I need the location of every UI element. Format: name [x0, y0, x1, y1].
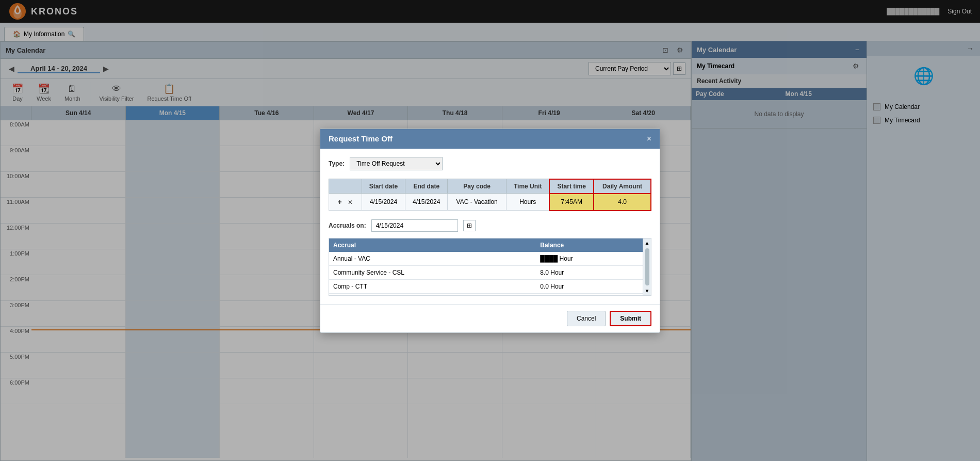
modal-overlay: Request Time Off × Type: Time Off Reques… — [0, 0, 980, 461]
accrual-name-cell: Annual - VAC — [329, 252, 536, 266]
daily-amount-cell[interactable]: 4.0 — [594, 194, 651, 211]
accrual-balance-cell: 0.0 Hour — [536, 279, 643, 293]
scroll-down-arrow[interactable]: ▼ — [643, 287, 651, 295]
request-table-header: Start date End date Pay code Time Unit S… — [329, 179, 651, 194]
request-table: Start date End date Pay code Time Unit S… — [329, 179, 651, 211]
accrual-balance-cell: ████ Hour — [536, 252, 643, 266]
modal-title: Request Time Off — [329, 134, 393, 143]
add-row-button[interactable]: + — [336, 197, 344, 207]
accruals-date-input[interactable] — [371, 219, 458, 232]
accrual-table-container: Accrual Balance Annual - VAC ████ Hour C… — [329, 238, 651, 296]
accrual-header-row: Accrual Balance — [329, 239, 643, 252]
accruals-calendar-icon[interactable]: ⊞ — [463, 220, 476, 231]
modal-footer: Cancel Submit — [320, 304, 660, 332]
request-table-body: + ✕ 4/15/2024 4/15/2024 VAC - Vacation H… — [329, 194, 651, 211]
accrual-table-body: Annual - VAC ████ Hour Community Service… — [329, 252, 643, 294]
accrual-name-cell: Comp - CTT — [329, 279, 536, 293]
accruals-row: Accruals on: ⊞ — [329, 219, 651, 232]
pay-code-cell: VAC - Vacation — [448, 194, 507, 211]
pay-code-col-header-modal: Pay code — [448, 179, 507, 194]
accrual-col-header: Accrual — [329, 239, 536, 252]
scroll-thumb[interactable] — [645, 248, 649, 285]
row-actions-cell: + ✕ — [329, 194, 362, 211]
accrual-name-cell: Community Service - CSL — [329, 265, 536, 279]
start-date-col-header: Start date — [362, 179, 405, 194]
daily-amount-col-header: Daily Amount — [594, 179, 651, 194]
accrual-scrollbar[interactable]: ▲ ▼ — [643, 239, 651, 295]
accrual-table: Accrual Balance Annual - VAC ████ Hour C… — [329, 239, 643, 294]
table-row: Annual - VAC ████ Hour — [329, 252, 643, 266]
accruals-label: Accruals on: — [329, 222, 366, 229]
add-del-col-header — [329, 179, 362, 194]
request-time-off-modal: Request Time Off × Type: Time Off Reques… — [320, 129, 660, 333]
type-row: Type: Time Off Request — [329, 157, 651, 170]
time-unit-col-header: Time Unit — [506, 179, 549, 194]
scroll-up-arrow[interactable]: ▲ — [643, 239, 651, 247]
start-time-cell[interactable]: 7:45AM — [549, 194, 594, 211]
time-unit-cell: Hours — [506, 194, 549, 211]
modal-header: Request Time Off × — [320, 129, 660, 149]
balance-col-header: Balance — [536, 239, 643, 252]
end-date-col-header: End date — [405, 179, 448, 194]
submit-button[interactable]: Submit — [610, 311, 651, 326]
modal-close-button[interactable]: × — [647, 134, 651, 144]
cancel-button[interactable]: Cancel — [567, 311, 606, 326]
table-row: Comp - CTT 0.0 Hour — [329, 279, 643, 293]
start-date-cell: 4/15/2024 — [362, 194, 405, 211]
table-row: Community Service - CSL 8.0 Hour — [329, 265, 643, 279]
request-header-row: Start date End date Pay code Time Unit S… — [329, 179, 651, 194]
delete-row-button[interactable]: ✕ — [346, 198, 355, 207]
accrual-scroll-area[interactable]: Accrual Balance Annual - VAC ████ Hour C… — [329, 239, 643, 295]
type-select-dropdown[interactable]: Time Off Request — [350, 157, 443, 170]
start-time-col-header: Start time — [549, 179, 594, 194]
end-date-cell: 4/15/2024 — [405, 194, 448, 211]
accrual-table-header: Accrual Balance — [329, 239, 643, 252]
table-row: + ✕ 4/15/2024 4/15/2024 VAC - Vacation H… — [329, 194, 651, 211]
modal-body: Type: Time Off Request Start date End da… — [320, 149, 660, 304]
type-field-label: Type: — [329, 160, 345, 167]
accrual-balance-cell: 8.0 Hour — [536, 265, 643, 279]
